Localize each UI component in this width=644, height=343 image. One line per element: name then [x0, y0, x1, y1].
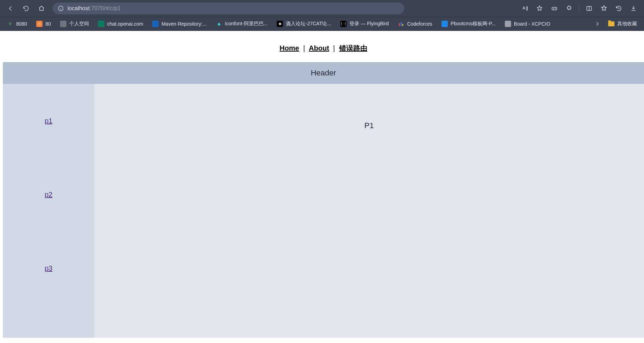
favicon: ⋮⋮ [340, 21, 347, 27]
bookmark-label: 登录 — FlyingBird [349, 21, 389, 27]
sidebar-item: p3 [3, 231, 94, 305]
url-path: :7070/#/c/p1 [90, 5, 121, 11]
nav-home-link[interactable]: Home [279, 44, 299, 52]
bookmark-item[interactable]: Maven Repository:... [149, 19, 209, 28]
bookmarks-overflow-button[interactable] [592, 19, 603, 29]
bookmark-label: Board - XCPCIO [514, 21, 550, 27]
bookmarks-right: 其他收藏 [592, 19, 640, 29]
nav-sep: | [333, 44, 335, 52]
folder-icon [608, 21, 614, 26]
svg-point-5 [555, 8, 556, 9]
bookmark-label: 酒入论坛-27CAT论... [286, 21, 331, 27]
history-button[interactable] [612, 1, 626, 15]
favicon [60, 21, 66, 27]
content-title: P1 [94, 121, 644, 130]
svg-line-9 [605, 7, 606, 7]
page: Home | About | 错误路由 Header p1 p2 p3 [3, 32, 644, 343]
sidebar-item: p1 [3, 84, 94, 158]
bookmark-item[interactable]: ⋮⋮登录 — FlyingBird [337, 19, 392, 28]
bookmark-label: Maven Repository:... [161, 21, 206, 27]
favicon [152, 21, 159, 27]
header-text: Header [311, 68, 336, 77]
bookmark-item[interactable]: 80 [33, 19, 54, 28]
extensions-button[interactable] [562, 1, 576, 15]
favicon [98, 21, 104, 27]
back-button[interactable] [4, 1, 18, 15]
viewport: Home | About | 错误路由 Header p1 p2 p3 [0, 31, 644, 343]
browser-chrome: localhost:7070/#/c/p1 [0, 0, 644, 31]
downloads-button[interactable] [626, 1, 640, 15]
nav-sep: | [303, 44, 305, 52]
bookmark-label: iconfont-阿里巴巴... [225, 21, 268, 27]
favicon [36, 21, 43, 27]
other-bookmarks-folder[interactable]: 其他收藏 [605, 19, 640, 28]
favicon [442, 21, 448, 27]
bookmark-item[interactable]: Codeforces [395, 19, 435, 28]
bookmark-label: Pbootcms模板网-P... [451, 21, 496, 27]
url-host: localhost [67, 5, 90, 11]
bookmark-label: 8080 [16, 21, 27, 27]
content-area: P1 [94, 84, 644, 338]
browser-toolbar: localhost:7070/#/c/p1 [0, 0, 644, 17]
vr-button[interactable] [547, 1, 561, 15]
bookmark-label: chat.openai.com [107, 21, 143, 27]
bookmark-item[interactable]: Pbootcms模板网-P... [439, 19, 498, 28]
nav-error-link[interactable]: 错误路由 [339, 44, 367, 52]
read-aloud-button[interactable] [518, 1, 532, 15]
bookmark-item[interactable]: Board - XCPCIO [502, 19, 553, 28]
svg-rect-12 [401, 22, 402, 26]
bookmark-label: 80 [45, 21, 51, 27]
sidebar-link-p3[interactable]: p3 [45, 264, 52, 272]
sidebar-link-p1[interactable]: p1 [45, 117, 52, 125]
favicon: V [7, 21, 13, 27]
sidebar-item: p2 [3, 158, 94, 231]
collections-button[interactable] [597, 1, 611, 15]
refresh-button[interactable] [19, 1, 33, 15]
site-info-icon[interactable] [58, 5, 64, 12]
nav-links: Home | About | 错误路由 [3, 32, 644, 62]
svg-point-4 [553, 8, 554, 9]
svg-rect-13 [402, 24, 403, 26]
favicon: ◆ [216, 21, 222, 27]
other-bookmarks-label: 其他收藏 [617, 21, 637, 27]
sidebar: p1 p2 p3 [3, 84, 94, 338]
url-text: localhost:7070/#/c/p1 [67, 5, 121, 12]
favorite-button[interactable] [533, 1, 547, 15]
header-bar: Header [3, 62, 644, 84]
home-button[interactable] [34, 1, 49, 15]
favicon: ✳ [277, 21, 283, 27]
bookmark-item[interactable]: 个人空间 [57, 19, 92, 28]
favicon [505, 21, 511, 27]
bookmark-label: 个人空间 [69, 21, 89, 27]
bookmarks-bar: V808080个人空间chat.openai.comMaven Reposito… [0, 17, 644, 31]
bookmark-item[interactable]: V8080 [4, 19, 30, 28]
bookmark-label: Codeforces [407, 21, 432, 27]
bookmark-item[interactable]: chat.openai.com [95, 19, 146, 28]
bookmark-item[interactable]: ✳酒入论坛-27CAT论... [274, 19, 334, 28]
split-screen-button[interactable] [582, 1, 596, 15]
favicon [398, 21, 404, 27]
nav-about-link[interactable]: About [309, 44, 329, 52]
sidebar-link-p2[interactable]: p2 [45, 191, 52, 199]
svg-line-10 [601, 7, 603, 7]
address-bar[interactable]: localhost:7070/#/c/p1 [53, 2, 404, 14]
bookmark-item[interactable]: ◆iconfont-阿里巴巴... [213, 19, 270, 28]
toolbar-divider [579, 5, 579, 12]
svg-rect-11 [399, 23, 400, 26]
toolbar-right [518, 1, 640, 15]
svg-rect-3 [552, 7, 556, 10]
layout: p1 p2 p3 P1 [3, 84, 644, 338]
